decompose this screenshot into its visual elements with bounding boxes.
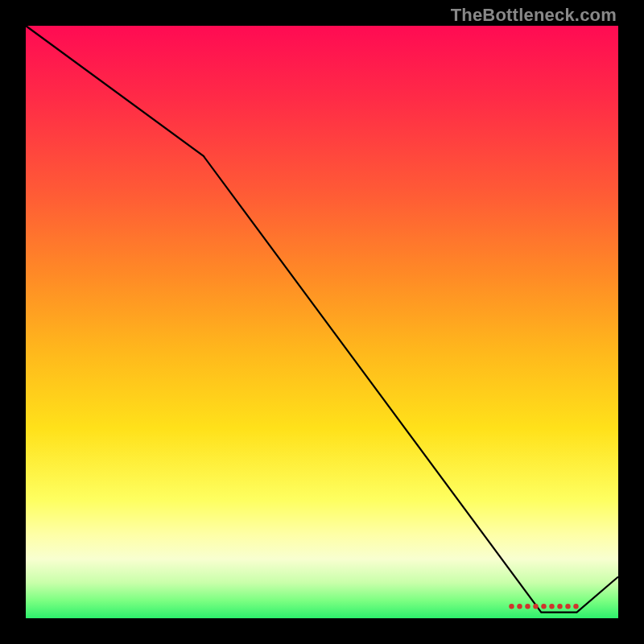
marker-dot — [573, 604, 578, 609]
marker-dot — [533, 604, 538, 609]
marker-dot — [549, 604, 554, 609]
watermark-text: TheBottleneck.com — [451, 5, 617, 26]
chart-frame: TheBottleneck.com — [0, 0, 644, 644]
chart-line — [26, 26, 618, 613]
marker-dot — [557, 604, 562, 609]
marker-dot — [517, 604, 522, 609]
marker-band — [509, 604, 578, 609]
chart-overlay — [26, 26, 618, 618]
marker-dot — [509, 604, 514, 609]
marker-dot — [525, 604, 530, 609]
marker-dot — [565, 604, 570, 609]
marker-dot — [541, 604, 546, 609]
